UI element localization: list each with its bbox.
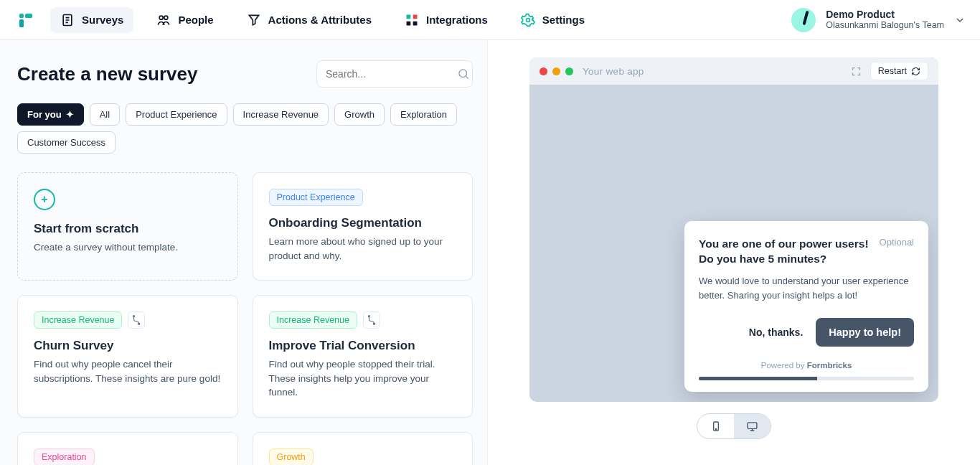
svg-rect-9 [413, 21, 418, 25]
nav-item-actions[interactable]: Actions & Attributes [237, 7, 382, 33]
device-toggle [697, 413, 771, 439]
avatar[interactable] [791, 8, 816, 32]
team-block[interactable]: Demo Product Olasunkanmi Balogun's Team [826, 9, 944, 32]
filter-row: For you ✦ All Product Experience Increas… [17, 103, 473, 154]
card-uncover-strengths-weaknesses[interactable]: Growth Uncover Strengths & Weaknesses Fi… [253, 432, 473, 465]
dot-min-icon [552, 67, 560, 75]
window-dots: Your web app [540, 66, 644, 77]
card-desc: Find out why people cancel their subscri… [34, 357, 222, 385]
tag-exploration: Exploration [34, 448, 95, 465]
happy-to-help-button[interactable]: Happy to help! [816, 318, 914, 347]
filter-all[interactable]: All [90, 103, 120, 126]
tag-increase-revenue: Increase Revenue [34, 311, 122, 329]
right-pane: Your web app Restart You are one of our … [488, 40, 980, 465]
pill-label: Customer Success [27, 137, 105, 148]
search-box[interactable] [316, 60, 473, 88]
device-desktop-button[interactable] [734, 414, 771, 438]
template-grid: + Start from scratch Create a survey wit… [17, 172, 473, 465]
tag-row: Product Experience [269, 189, 457, 206]
dot-close-icon [540, 67, 547, 75]
pill-label: All [100, 109, 110, 120]
popup-title: You are one of our power users! Do you h… [699, 237, 871, 267]
optional-label: Optional [880, 237, 914, 248]
branch-icon [363, 311, 380, 329]
nav-item-settings[interactable]: Settings [511, 7, 595, 33]
card-onboarding-segmentation[interactable]: Product Experience Onboarding Segmentati… [253, 172, 473, 281]
refresh-icon [911, 67, 920, 76]
filter-customer-success[interactable]: Customer Success [17, 131, 116, 154]
sparkle-icon: ✦ [66, 109, 74, 120]
expand-icon[interactable] [851, 66, 862, 77]
chevron-down-icon[interactable] [954, 14, 966, 26]
svg-rect-18 [748, 422, 757, 428]
card-title: Improve Trial Conversion [269, 339, 457, 353]
tag-product-experience: Product Experience [269, 189, 363, 206]
filter-product-experience[interactable]: Product Experience [126, 103, 227, 126]
nav-label: Settings [542, 14, 585, 26]
team-name: Olasunkanmi Balogun's Team [826, 20, 944, 31]
no-thanks-button[interactable]: No, thanks. [745, 319, 807, 345]
nav-label: Surveys [82, 14, 123, 26]
powered-prefix: Powered by [761, 361, 807, 370]
preview-frame: Your web app Restart You are one of our … [529, 57, 938, 402]
progress-fill [699, 377, 817, 380]
card-title: Churn Survey [34, 339, 222, 353]
search-input[interactable] [326, 68, 451, 80]
survey-popup: You are one of our power users! Do you h… [684, 221, 928, 392]
logo[interactable] [17, 11, 34, 29]
svg-rect-6 [407, 14, 411, 19]
mobile-icon [710, 421, 722, 432]
filter-icon [247, 13, 261, 27]
filter-for-you[interactable]: For you ✦ [17, 103, 84, 126]
nav-right: Demo Product Olasunkanmi Balogun's Team [791, 8, 966, 32]
card-start-from-scratch[interactable]: + Start from scratch Create a survey wit… [17, 172, 238, 281]
restart-label: Restart [878, 66, 907, 76]
filter-growth[interactable]: Growth [334, 103, 385, 126]
progress-bar [699, 377, 914, 380]
nav-item-people[interactable]: People [146, 7, 223, 33]
card-desc: Find out why people stopped their trial.… [269, 357, 457, 400]
svg-point-5 [164, 16, 168, 19]
tag-row: Exploration [34, 448, 222, 465]
tag-increase-revenue: Increase Revenue [269, 311, 357, 329]
search-icon [457, 67, 470, 80]
card-improve-trial-conversion[interactable]: Increase Revenue Improve Trial Conversio… [253, 295, 473, 418]
svg-point-4 [160, 16, 164, 19]
preview-header: Your web app Restart [529, 57, 938, 85]
title-row: Create a new survey [17, 60, 473, 88]
top-nav: Surveys People Actions & Attributes Inte… [0, 0, 980, 40]
dot-max-icon [565, 67, 573, 75]
svg-point-17 [715, 428, 716, 429]
people-icon [156, 13, 171, 27]
nav-label: Integrations [426, 14, 488, 26]
card-title: Start from scratch [34, 222, 222, 236]
plus-icon: + [34, 189, 55, 210]
pill-label: Product Experience [136, 109, 217, 120]
filter-increase-revenue[interactable]: Increase Revenue [233, 103, 329, 126]
tag-row: Growth [269, 448, 457, 465]
tag-growth: Growth [269, 448, 314, 465]
clipboard-icon [60, 13, 75, 27]
card-desc: Learn more about who signed up to your p… [269, 235, 457, 263]
svg-rect-2 [25, 14, 32, 18]
svg-point-11 [459, 70, 467, 78]
device-mobile-button[interactable] [697, 414, 734, 438]
svg-rect-8 [407, 21, 411, 25]
preview-header-right: Restart [851, 62, 928, 80]
card-title: Onboarding Segmentation [269, 216, 457, 230]
branch-icon [128, 311, 145, 329]
powered-by[interactable]: Powered by Formbricks [699, 361, 914, 370]
nav-item-surveys[interactable]: Surveys [50, 7, 133, 33]
gear-icon [521, 13, 535, 27]
card-churn-survey[interactable]: Increase Revenue Churn Survey Find out w… [17, 295, 238, 418]
card-interview-prompt[interactable]: Exploration Interview Prompt Invite a sp… [17, 432, 238, 465]
main: Create a new survey For you ✦ All Produc… [0, 40, 980, 465]
popup-header: You are one of our power users! Do you h… [699, 237, 914, 267]
restart-button[interactable]: Restart [870, 62, 928, 80]
pill-label: Increase Revenue [243, 109, 319, 120]
pill-label: For you [27, 109, 62, 120]
svg-point-10 [526, 18, 529, 22]
card-desc: Create a survey without template. [34, 240, 222, 255]
filter-exploration[interactable]: Exploration [390, 103, 457, 126]
nav-item-integrations[interactable]: Integrations [395, 7, 498, 33]
